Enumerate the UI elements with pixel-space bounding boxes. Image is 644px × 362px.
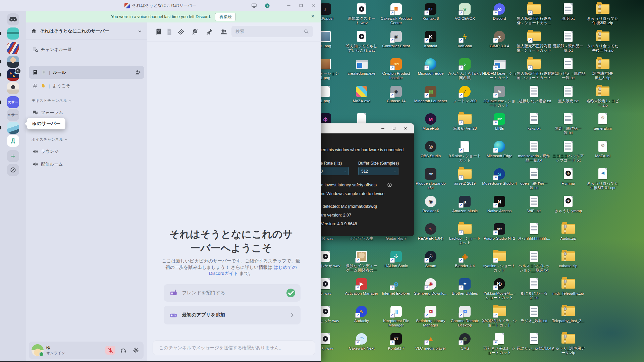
dialog-minimize-button[interactable] xyxy=(377,123,388,133)
desktop-icon-1.png[interactable] xyxy=(320,86,331,97)
desktop-icon-死にたい_ゅ歌詞.txt[interactable] xyxy=(528,333,540,345)
banner-close-icon[interactable]: ✕ xyxy=(311,14,315,19)
desktop-icon-無人販売不正行為動画 - ショートカット[interactable]: ↗ xyxy=(528,58,540,70)
desktop-icon-まにまにわーるど.txt[interactable] xyxy=(528,278,540,290)
desktop-icon-Plogue sforzando x64[interactable]: sfz xyxy=(425,168,436,180)
desktop-icon-Cakewalk Product Center[interactable]: ≣↗ xyxy=(390,3,402,15)
desktop-icon-Crypton Product Installer[interactable]: CPI↗ xyxy=(390,58,402,70)
desktop-icon-Chrome Remote Desktop[interactable]: ⧉↗ xyxy=(459,306,471,317)
notifications-muted-icon[interactable] xyxy=(191,28,199,36)
explore-servers-button[interactable] xyxy=(7,164,19,176)
desktop-icon-Steam[interactable]: ☉↗ xyxy=(425,251,436,262)
desktop-icon-孤独なインディーゲーム開発者の一生 ...[interactable]: ↗ xyxy=(356,251,367,262)
desktop-icon-選択肢 - 親作品一覧.txt[interactable] xyxy=(562,31,574,42)
add-first-app-card[interactable]: 最初のアプリを追加 xyxy=(164,306,301,324)
server-rail-item-6[interactable]: のサー xyxy=(7,96,19,108)
desktop-icon-Microsoft Edge[interactable]: ↗ xyxy=(425,58,436,70)
member-list-icon[interactable] xyxy=(220,28,227,36)
desktop-icon-さくなった.wav[interactable] xyxy=(320,306,331,317)
deafen-button[interactable] xyxy=(118,346,128,355)
desktop-icon-無人販売不正行為画像 - ショートカット[interactable]: ↗ xyxy=(528,31,540,42)
doc-toolbar-icon[interactable] xyxy=(166,28,173,36)
desktop-icon-Audacity[interactable]: ∿↗ xyxy=(356,306,367,317)
desktop-icon-ニコニコバックアップコード.txt[interactable] xyxy=(562,141,574,152)
desktop-icon-Blender 4.4[interactable]: ◉↗ xyxy=(459,251,471,262)
server-rail-item-5[interactable] xyxy=(7,82,19,94)
desktop-icon-きゅうり_調声用データ.zip[interactable] xyxy=(562,333,574,345)
desktop-icon-MuseScore Studio 4[interactable]: S↗ xyxy=(494,168,505,180)
server-header[interactable]: それはそうとなにこれのサーバー xyxy=(26,22,147,40)
invite-friends-card[interactable]: フレンドを招待する xyxy=(164,284,301,302)
screenshare-icon[interactable] xyxy=(250,2,258,9)
desktop-icon-通知うぜえ - 親作品一覧.txt[interactable] xyxy=(562,58,574,70)
desktop-icon-Keepforest File Manager[interactable]: |||↗ xyxy=(390,306,402,317)
desktop-icon-open - 親作品一覧.txt[interactable] xyxy=(528,168,540,180)
server-rail-item-9[interactable]: Д xyxy=(7,135,19,147)
sidebar-item-browse-channels[interactable]: チャンネル一覧 xyxy=(29,44,144,55)
desktop-icon-Controller Editor[interactable]: ◉↗ xyxy=(390,31,402,42)
desktop-icon-きゅうり食ってた午後3時 .zip[interactable] xyxy=(597,3,608,15)
desktop-icon-ksks.txt[interactable] xyxy=(528,113,540,125)
server-rail-item-8[interactable] xyxy=(7,122,19,134)
desktop-icon-cubase.zip[interactable] xyxy=(562,251,574,262)
desktop-icon-Activation Manager[interactable]: ▶↗ xyxy=(356,278,367,290)
desktop-icon-MuseHub[interactable]: M xyxy=(425,113,436,125)
desktop-icon-答え知っててもむずいわこれ.wav[interactable] xyxy=(356,31,367,42)
category-text-channels[interactable]: テキストチャンネル xyxy=(32,98,72,103)
voice-channel-stream-room[interactable]: 配信ルーム xyxy=(29,159,144,170)
desktop-icon-syasinn - ショートカット[interactable]: ↗ xyxy=(494,251,505,262)
desktop-icon-Minecraft Launcher[interactable]: ▦↗ xyxy=(425,86,436,97)
reconnect-button[interactable]: 再接続 xyxy=(215,13,236,21)
desktop-icon-airset2-2019[interactable]: ↗ xyxy=(459,168,471,180)
category-voice-channels[interactable]: ボイスチャンネル xyxy=(32,137,68,142)
desktop-icon-9.5.xlsx - ショートカット[interactable]: ↗ xyxy=(459,141,471,152)
channel-rules[interactable]: | ルール xyxy=(29,66,144,79)
desktop-icon-万引きメモ.txt - ショートカット[interactable]: ↗ xyxy=(494,333,505,345)
desktop-icon-Kontakt 7[interactable]: KT↗ xyxy=(390,333,402,345)
close-button[interactable] xyxy=(309,2,318,9)
desktop-icon-新規エクスポート.wav[interactable] xyxy=(356,3,367,15)
desktop-icon-家の防犯カメラ - ショートカット[interactable]: ↗ xyxy=(494,306,505,317)
channel-welcome[interactable]: | ようこそ xyxy=(29,80,144,92)
desktop-icon-HALion Sonic[interactable]: ✣↗ xyxy=(390,251,402,262)
desktop-icon-無人販売.txt[interactable] xyxy=(562,86,574,97)
desktop-icon-GIMP 3.0.4[interactable]: ᴥ↗ xyxy=(494,31,505,42)
desktop-icon-ん_しおかぜ.wav[interactable] xyxy=(320,251,331,262)
desktop-icon-Reaktor 6[interactable]: ◉ xyxy=(425,196,436,207)
desktop-icon-ラ.wav[interactable] xyxy=(320,278,331,290)
maximize-button[interactable] xyxy=(297,2,305,9)
message-composer[interactable]: このチャンネルでメッセージを送信する権限がありません。 xyxy=(153,341,315,355)
desktop-icon-Internet Explorer[interactable]: e↗ xyxy=(390,278,402,290)
desktop-icon-VoiSona[interactable]: ϟ↗ xyxy=(459,31,471,42)
mic-muted-button[interactable] xyxy=(105,346,115,355)
search-input[interactable]: 検索 xyxy=(231,26,313,37)
dialog-maximize-button[interactable] xyxy=(388,123,400,133)
desktop-icon-ラジオ_歌詞.txt[interactable] xyxy=(528,306,540,317)
desktop-icon-Piapro Studio NT2[interactable]: NT2↗ xyxy=(494,223,505,235)
desktop-icon-midi_Telepathy.zip[interactable] xyxy=(562,278,574,290)
desktop-icon-Brother Utilities[interactable]: ✦↗ xyxy=(459,278,471,290)
desktop-icon-Telepathy_Inst_2...[interactable] xyxy=(562,306,574,317)
desktop-icon-Cubase 14[interactable]: ◆↗ xyxy=(390,86,402,97)
settings-button[interactable] xyxy=(131,346,141,355)
desktop-icon-かんたん！AITalk 3 関西風[interactable]: ♪↗ xyxy=(459,58,471,70)
invite-icon[interactable] xyxy=(135,69,141,75)
desktop-icon-説明.txt[interactable] xyxy=(562,3,574,15)
desktop-icon-MoZA.ini[interactable]: ⚙ xyxy=(597,141,608,152)
desktop-icon-おっhhhhhhhhhh...[interactable] xyxy=(528,223,540,235)
desktop-icon-OBS Studio[interactable]: ◎ xyxy=(425,141,436,152)
desktop-icon-manisekarin - 親作品一覧.txt[interactable] xyxy=(528,141,540,152)
desktop-icon-YukkuriMovieM... - ショートカット[interactable]: ゆ↗ xyxy=(494,278,505,290)
info-icon[interactable] xyxy=(387,182,392,187)
desktop-icon-Kontakt[interactable]: K↗ xyxy=(425,31,436,42)
desktop-icon-WIFI.txt[interactable] xyxy=(528,196,540,207)
desktop-icon-VOICEVOX[interactable]: V↗ xyxy=(459,3,471,15)
desktop-icon-VLC media player[interactable]: ▲↗ xyxy=(425,333,436,345)
desktop-icon-きゅうり食ってた午後三時.zip[interactable] xyxy=(597,31,608,42)
threads-icon[interactable] xyxy=(177,28,184,36)
desktop-icon-無人販売不正行為画像 - ショートカッ...[interactable]: ↗ xyxy=(528,3,540,15)
desktop-icon-MoZA.exe[interactable] xyxy=(356,86,367,97)
server-rail-item-0-discord-home[interactable] xyxy=(7,13,19,25)
desktop-icon-Audio.zip[interactable] xyxy=(562,223,574,235)
help-icon[interactable]: ? xyxy=(263,2,272,9)
